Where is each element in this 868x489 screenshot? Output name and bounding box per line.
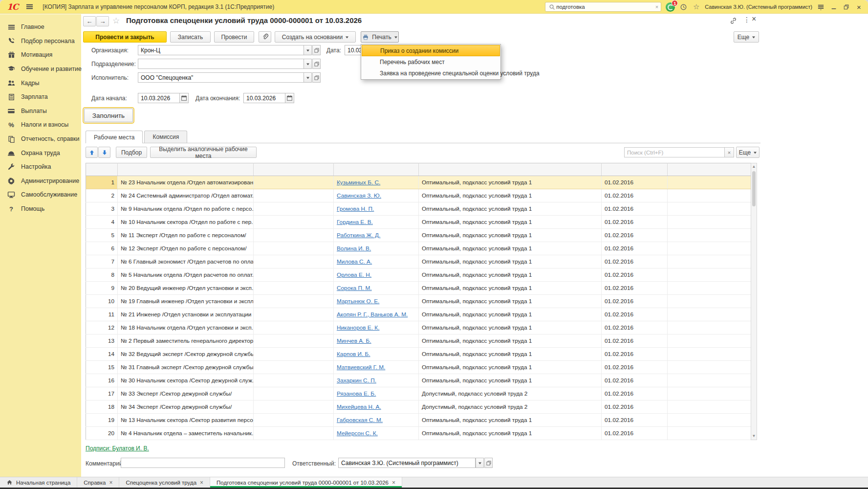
sidebar-item-zarplata[interactable]: Зарплата — [0, 90, 81, 104]
workplace-row[interactable]: 20 № 4 Начальник отдела – заместитель на… — [86, 427, 751, 440]
move-down-button[interactable] — [98, 147, 110, 158]
employee-link[interactable]: Милова С. А. — [337, 258, 372, 265]
employee-link[interactable]: Матвиевский Г. М. — [337, 364, 385, 371]
employee-link[interactable]: Рязанова Е. Б. — [337, 390, 376, 397]
close-tab-icon[interactable]: × — [392, 479, 395, 486]
column-header[interactable] — [419, 163, 602, 176]
signatures-link[interactable]: Подписи: Булатов И. В. — [86, 445, 149, 452]
sidebar-item-vyplaty[interactable]: Выплаты — [0, 104, 81, 118]
scroll-up-icon[interactable]: ▲ — [751, 164, 757, 170]
close-tab-icon[interactable]: × — [109, 479, 112, 486]
comment-input[interactable] — [121, 458, 285, 468]
more-actions-button[interactable]: Еще — [734, 31, 759, 43]
column-header[interactable] — [602, 163, 668, 176]
favorites-icon[interactable]: ☆ — [692, 3, 700, 11]
employee-link[interactable]: Карпов И. Б. — [337, 351, 370, 357]
attachments-button[interactable] — [259, 31, 271, 43]
write-button[interactable]: Записать — [170, 31, 211, 43]
executor-open-button[interactable] — [312, 72, 321, 83]
workplace-row[interactable]: 17 № 33 Эксперт /Сектор дежурной службы/… — [86, 387, 751, 400]
window-tab-spravka[interactable]: Справка × — [77, 477, 119, 488]
fill-button[interactable]: Заполнить — [84, 109, 133, 122]
sidebar-item-nalogi-i-vznosy[interactable]: % Налоги и взносы — [0, 118, 81, 132]
column-header[interactable] — [254, 163, 334, 176]
sidebar-item-otchetnost-spravki[interactable]: Отчетность, справки — [0, 132, 81, 146]
scroll-down-icon[interactable]: ▼ — [751, 433, 757, 439]
sidebar-item-pomosch[interactable]: ? Помощь — [0, 202, 81, 216]
more-menu-icon[interactable]: ⋮ — [743, 16, 750, 23]
employee-link[interactable]: Минчев А. Б. — [337, 337, 371, 344]
end-date-field[interactable]: 10.03.2026 — [243, 93, 285, 103]
print-menu-item[interactable]: Перечень рабочих мест — [362, 56, 500, 67]
global-search-input[interactable] — [556, 4, 655, 10]
workplace-row[interactable]: 4 № 10 Начальник сектора /Отдел по работ… — [86, 216, 751, 229]
employee-link[interactable]: Волина И. В. — [337, 245, 371, 252]
workplace-row[interactable]: 6 № 12 Эксперт /Отдел по работе с персон… — [86, 242, 751, 255]
workplace-row[interactable]: 8 № 5 Начальник отдела /Отдел расчетов п… — [86, 268, 751, 282]
workplace-row[interactable]: 9 № 20 Ведущий инженер /Отдел установки … — [86, 282, 751, 295]
history-icon[interactable] — [679, 3, 688, 11]
executor-field[interactable]: ООО "Спецоценка" — [138, 72, 304, 83]
workplace-row[interactable]: 7 № 6 Главный экономист /Отдел расчетов … — [86, 255, 751, 268]
department-field[interactable] — [138, 59, 304, 69]
executor-dropdown-button[interactable] — [304, 72, 312, 83]
column-header[interactable] — [334, 163, 419, 176]
employee-link[interactable]: Орлова Е. Н. — [337, 271, 371, 278]
column-header[interactable] — [86, 163, 118, 176]
post-and-close-button[interactable]: Провести и закрыть — [83, 31, 167, 43]
clear-search-icon[interactable]: × — [655, 4, 658, 10]
employee-link[interactable]: Михейцева Н. А. — [337, 403, 381, 410]
start-date-calendar-icon[interactable] — [179, 93, 189, 103]
close-document-icon[interactable]: × — [752, 15, 756, 23]
workplace-row[interactable]: 14 № 32 Ведущий эксперт /Сектор дежурной… — [86, 348, 751, 361]
favorite-star-icon[interactable]: ☆ — [112, 16, 120, 26]
employee-link[interactable]: Акопян Р. Г., Ваньков А. М. — [337, 311, 408, 318]
sidebar-item-administrirovanie[interactable]: Администрирование — [0, 174, 81, 188]
pick-button[interactable]: Подбор — [116, 147, 147, 158]
page-tab-rabochie-mesta[interactable]: Рабочие места — [86, 131, 143, 143]
sidebar-item-obuchenie-i-razvitie[interactable]: Обучение и развитие — [0, 62, 81, 76]
workplace-row[interactable]: 16 № 30 Начальник сектора /Сектор дежурн… — [86, 374, 751, 387]
forward-button[interactable]: → — [96, 16, 109, 26]
table-more-button[interactable]: Еще — [736, 147, 760, 158]
close-window-button[interactable]: × — [855, 3, 863, 11]
back-button[interactable]: ← — [83, 16, 96, 26]
window-tab-specocenka-usloviy-truda[interactable]: Спецоценка условий труда × — [119, 477, 210, 488]
window-tab-podgotovka-specocenki[interactable]: Подготовка спецоценки условий труда 0000… — [210, 477, 402, 488]
workplace-row[interactable]: 1 № 23 Начальник отдела /Отдел автоматиз… — [86, 176, 751, 189]
workplace-row[interactable]: 19 № 13 Начальник сектора /Сектор развит… — [86, 414, 751, 427]
end-date-calendar-icon[interactable] — [285, 93, 294, 103]
start-date-field[interactable]: 10.03.2026 — [138, 93, 180, 103]
sidebar-item-glavnoe[interactable]: Главное — [0, 20, 81, 34]
employee-link[interactable]: Гордина Е. В. — [337, 219, 373, 225]
department-dropdown-button[interactable] — [304, 59, 312, 69]
workplace-row[interactable]: 11 № 21 Инженер /Отдел установки и экспл… — [86, 308, 751, 321]
notifications-icon[interactable]: 1 — [666, 2, 675, 12]
workplace-row[interactable]: 12 № 18 Начальник отдела /Отдел установк… — [86, 321, 751, 334]
organization-dropdown-button[interactable] — [304, 45, 312, 55]
employee-link[interactable]: Мейерсон С. К. — [337, 430, 378, 437]
page-tab-komissiya[interactable]: Комиссия — [144, 131, 187, 143]
print-menu-item[interactable]: Приказ о создании комиссии — [362, 45, 500, 56]
department-open-button[interactable] — [312, 59, 321, 69]
minimize-button[interactable] — [829, 3, 838, 10]
restore-button[interactable] — [842, 4, 850, 10]
hamburger-menu-icon[interactable] — [26, 2, 35, 11]
workplace-row[interactable]: 5 № 11 Эксперт /Отдел по работе с персон… — [86, 229, 751, 242]
service-menu-icon[interactable] — [817, 3, 825, 11]
move-up-button[interactable] — [86, 147, 98, 158]
table-scrollbar[interactable]: ▲ ▼ — [751, 163, 757, 440]
post-button[interactable]: Провести — [214, 31, 254, 43]
table-search-input[interactable] — [627, 150, 722, 156]
responsible-dropdown-button[interactable] — [476, 458, 484, 468]
workplace-row[interactable]: 3 № 9 Начальник отдела /Отдел по работе … — [86, 202, 751, 216]
workplace-row[interactable]: 18 № 34 Эксперт /Сектор дежурной службы/… — [86, 400, 751, 414]
employee-link[interactable]: Никаноров Е. К. — [337, 324, 379, 331]
window-tab-nachalnaya-stranica[interactable]: Начальная страница × — [0, 477, 77, 488]
select-similar-button[interactable]: Выделить аналогичные рабочие места — [150, 147, 257, 158]
workplace-row[interactable]: 2 № 24 Системный администратор /Отдел ав… — [86, 189, 751, 202]
sidebar-item-podbor-personala[interactable]: Подбор персонала — [0, 34, 81, 48]
sidebar-item-nastroyka[interactable]: Настройка — [0, 160, 81, 174]
get-link-icon[interactable] — [729, 17, 738, 25]
sidebar-item-samoobsluzhivanie[interactable]: Самообслуживание — [0, 188, 81, 202]
